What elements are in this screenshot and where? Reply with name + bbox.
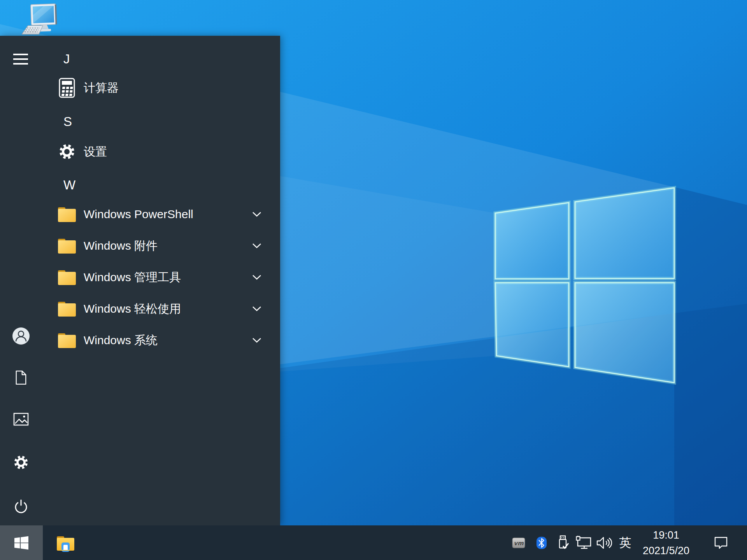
taskbar: vm <box>0 525 747 560</box>
file-explorer-icon <box>55 534 75 552</box>
volume-icon <box>596 536 613 550</box>
calculator-icon <box>59 78 75 98</box>
app-folder-windows-ease-of-access[interactable]: Windows 轻松使用 <box>0 293 280 324</box>
power-button[interactable] <box>12 498 30 516</box>
start-menu-panel: J 计算器 S <box>0 36 280 525</box>
tray-volume-button[interactable] <box>595 525 614 560</box>
windows-desktop: J 计算器 S <box>0 0 747 560</box>
chevron-down-icon[interactable] <box>252 275 261 280</box>
start-menu-expand-button[interactable] <box>12 50 30 69</box>
pictures-icon <box>13 413 29 426</box>
settings-button[interactable] <box>12 453 30 472</box>
tray-network-button[interactable] <box>574 525 594 560</box>
app-list-header-s[interactable]: S <box>63 110 72 133</box>
folder-icon <box>57 300 77 318</box>
app-list-header-w[interactable]: W <box>63 173 75 197</box>
header-label: J <box>63 52 70 66</box>
usb-safely-remove-icon <box>556 535 570 551</box>
app-item-label: Windows 管理工具 <box>84 270 181 285</box>
file-explorer-button[interactable] <box>51 525 79 560</box>
tray-bluetooth-button[interactable] <box>532 525 551 560</box>
chevron-down-icon[interactable] <box>252 338 261 343</box>
chevron-down-icon[interactable] <box>252 212 261 217</box>
chevron-down-icon[interactable] <box>252 243 261 248</box>
app-item-settings[interactable]: 设置 <box>0 136 280 167</box>
gear-icon <box>58 143 76 161</box>
tray-ime-button[interactable]: 英 <box>615 525 635 560</box>
keyboard-icon <box>22 26 43 34</box>
hamburger-icon <box>13 54 29 65</box>
header-label: W <box>63 178 75 192</box>
ime-language-label: 英 <box>619 535 631 551</box>
app-item-label: 计算器 <box>84 80 119 96</box>
app-item-label: Windows 附件 <box>84 238 158 254</box>
app-item-label: Windows 系统 <box>84 332 158 348</box>
action-center-button[interactable] <box>711 525 731 560</box>
pictures-button[interactable] <box>12 410 30 429</box>
app-item-label: Windows 轻松使用 <box>84 301 181 317</box>
vmware-icon: vm <box>512 536 525 550</box>
windows-logo-icon <box>14 536 28 550</box>
documents-button[interactable] <box>12 368 30 387</box>
app-folder-windows-powershell[interactable]: Windows PowerShell <box>0 199 280 230</box>
tray-vmware-button[interactable]: vm <box>509 525 528 560</box>
action-center-icon <box>714 536 728 550</box>
tray-usb-eject-button[interactable] <box>553 525 573 560</box>
taskbar-clock[interactable]: 19:01 2021/5/20 <box>639 525 693 560</box>
app-list-header-j[interactable]: J <box>63 47 70 71</box>
bluetooth-icon <box>536 536 547 550</box>
folder-icon <box>57 237 77 255</box>
svg-text:vm: vm <box>514 540 524 547</box>
folder-icon <box>57 331 77 349</box>
folder-icon <box>57 268 77 286</box>
gear-icon <box>13 454 29 471</box>
network-icon <box>576 536 592 550</box>
chevron-down-icon[interactable] <box>252 306 261 312</box>
start-button[interactable] <box>0 525 43 560</box>
app-folder-windows-accessories[interactable]: Windows 附件 <box>0 230 280 261</box>
app-item-label: 设置 <box>84 144 107 160</box>
desktop-icon-this-pc[interactable] <box>22 3 59 36</box>
document-icon <box>15 370 27 385</box>
app-item-label: Windows PowerShell <box>84 208 193 221</box>
app-item-calculator[interactable]: 计算器 <box>0 72 280 103</box>
folder-icon <box>57 205 77 223</box>
app-folder-windows-admin-tools[interactable]: Windows 管理工具 <box>0 262 280 293</box>
app-folder-windows-system[interactable]: Windows 系统 <box>0 325 280 356</box>
clock-date: 2021/5/20 <box>643 543 689 558</box>
header-label: S <box>63 114 72 129</box>
clock-time: 19:01 <box>653 527 679 543</box>
power-icon <box>13 499 29 515</box>
